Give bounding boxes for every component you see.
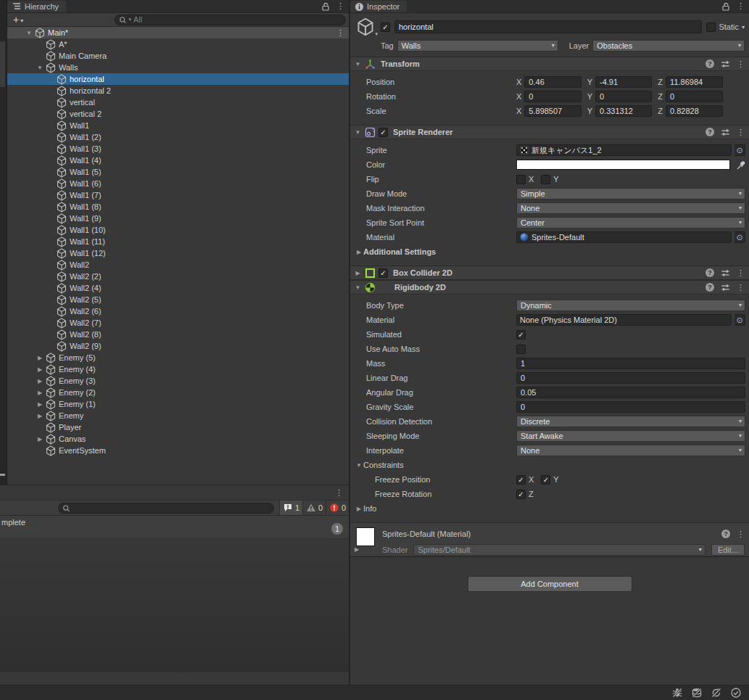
tree-row[interactable]: ▼ Walls [7, 62, 349, 73]
presets-icon[interactable] [721, 283, 730, 292]
static-dropdown-arrow-icon[interactable]: ▾ [742, 24, 745, 30]
presets-icon[interactable] [721, 59, 730, 69]
help-icon[interactable]: ? [705, 59, 714, 68]
tree-row[interactable]: Wall2 (7) [7, 317, 349, 329]
tree-row[interactable]: Wall1 [7, 120, 349, 131]
foldout-arrow-icon[interactable]: ▶ [36, 390, 44, 396]
static-checkbox[interactable] [706, 22, 716, 32]
tree-row[interactable]: Wall1 (11) [7, 236, 349, 247]
rb-material-object-field[interactable]: None (Physics Material 2D) [516, 314, 732, 326]
kebab-menu-icon[interactable]: ⋮ [737, 530, 745, 538]
presets-icon[interactable] [721, 268, 730, 278]
draw-mode-dropdown[interactable]: Simple ▾ [516, 188, 745, 199]
background-tasks-done-icon[interactable] [730, 687, 742, 699]
rotation-x-field[interactable]: 0 [524, 91, 581, 102]
shader-edit-button[interactable]: Edit... [711, 544, 745, 556]
tree-row[interactable]: Wall1 (6) [7, 178, 349, 189]
foldout-open-icon[interactable]: ▼ [354, 129, 362, 136]
sprite-renderer-enabled-checkbox[interactable]: ✓ [378, 128, 388, 137]
create-object-button[interactable]: + ▾ [10, 14, 26, 25]
foldout-arrow-icon[interactable]: ▶ [36, 401, 44, 408]
info-foldout[interactable]: ▶ Info [350, 501, 749, 516]
cache-server-disabled-icon[interactable] [691, 687, 703, 699]
kebab-menu-icon[interactable]: ⋮ [737, 284, 745, 292]
auto-refresh-disabled-icon[interactable] [711, 687, 722, 699]
search-filter-arrow-icon[interactable]: ▾ [129, 17, 132, 22]
presets-icon[interactable] [721, 128, 730, 137]
active-checkbox[interactable]: ✓ [381, 22, 390, 32]
foldout-open-icon[interactable]: ▼ [354, 61, 362, 67]
body-type-dropdown[interactable]: Dynamic ▾ [516, 300, 745, 311]
color-swatch[interactable] [516, 160, 730, 170]
help-icon[interactable]: ? [721, 530, 730, 538]
console-info-toggle[interactable]: 1 [279, 501, 302, 515]
gameobject-name-input[interactable] [394, 20, 702, 33]
tree-row[interactable]: Wall1 (4) [7, 155, 349, 166]
tree-row[interactable]: ▼ Main* ⋮ [7, 27, 349, 38]
object-picker-icon[interactable]: ⊙ [734, 314, 745, 326]
tree-row[interactable]: Wall2 (6) [7, 305, 349, 317]
kebab-menu-icon[interactable]: ⋮ [737, 60, 745, 68]
foldout-arrow-icon[interactable]: ▶ [36, 413, 44, 419]
lock-icon[interactable] [721, 1, 731, 12]
gameobject-icon[interactable]: ▾ [356, 17, 376, 36]
console-search[interactable] [58, 503, 274, 514]
tree-row[interactable]: Wall1 (10) [7, 224, 349, 236]
tree-row[interactable]: Wall2 (5) [7, 294, 349, 305]
tree-row[interactable]: Wall2 [7, 259, 349, 271]
help-icon[interactable]: ? [705, 268, 714, 277]
help-icon[interactable]: ? [705, 128, 714, 136]
tree-row[interactable]: vertical 2 [7, 108, 349, 120]
tree-row[interactable]: ▶ Enemy (3) [7, 375, 349, 387]
foldout-closed-icon[interactable]: ▶ [354, 270, 362, 276]
tree-row[interactable]: EventSystem [7, 445, 349, 456]
hierarchy-search[interactable]: ▾ [115, 15, 346, 25]
freeze-position-y-checkbox[interactable]: ✓ [541, 475, 550, 485]
debugger-disabled-icon[interactable] [671, 687, 683, 699]
tree-row[interactable]: Player [7, 421, 349, 433]
tree-row[interactable]: ▶ Enemy (4) [7, 363, 349, 375]
scale-y-field[interactable]: 0.331312 [595, 105, 652, 117]
rotation-y-field[interactable]: 0 [595, 91, 652, 102]
simulated-checkbox[interactable]: ✓ [516, 330, 526, 339]
auto-mass-checkbox[interactable] [516, 345, 526, 354]
position-x-field[interactable]: 0.46 [524, 76, 581, 88]
freeze-position-x-checkbox[interactable]: ✓ [516, 475, 526, 485]
transform-header[interactable]: ▼ Transform ? ⋮ [350, 57, 749, 71]
position-y-field[interactable]: -4.91 [595, 76, 652, 88]
kebab-menu-icon[interactable]: ⋮ [737, 128, 745, 136]
mask-interaction-dropdown[interactable]: None ▾ [516, 202, 745, 214]
position-z-field[interactable]: 11.86984 [666, 76, 723, 88]
tab-hierarchy[interactable]: Hierarchy [7, 1, 66, 12]
foldout-arrow-icon[interactable]: ▶ [36, 366, 44, 373]
rotation-z-field[interactable]: 0 [666, 91, 723, 102]
linear-drag-field[interactable]: 0 [516, 372, 745, 384]
eyedropper-icon[interactable] [736, 160, 745, 170]
kebab-menu-icon[interactable]: ⋮ [737, 2, 745, 10]
tree-row[interactable]: Wall2 (9) [7, 340, 349, 352]
kebab-menu-icon[interactable]: ⋮ [737, 269, 745, 277]
sleeping-mode-dropdown[interactable]: Start Awake ▾ [516, 430, 745, 442]
flip-y-checkbox[interactable] [541, 175, 550, 184]
sprite-renderer-header[interactable]: ▼ ✓ Sprite Renderer ? ⋮ [350, 125, 749, 139]
sprite-object-field[interactable]: 新規キャンバス1_2 [516, 144, 732, 156]
add-component-button[interactable]: Add Component [468, 576, 632, 592]
tree-row[interactable]: Wall1 (3) [7, 143, 349, 155]
gravity-scale-field[interactable]: 0 [516, 401, 745, 413]
mass-field[interactable]: 1 [516, 358, 745, 369]
tree-row[interactable]: horizontal [7, 73, 349, 85]
foldout-open-icon[interactable]: ▼ [354, 284, 362, 291]
tree-row[interactable]: Wall1 (2) [7, 131, 349, 143]
tree-row[interactable]: ▶ Enemy (1) [7, 398, 349, 410]
layer-dropdown[interactable]: Obstacles ▾ [592, 40, 745, 52]
console-kebab-icon[interactable]: ⋮ [335, 489, 343, 497]
object-picker-icon[interactable]: ⊙ [734, 231, 745, 243]
console-log-entry[interactable]: mplete 1 [0, 516, 349, 539]
lock-icon[interactable] [320, 1, 331, 12]
tree-row[interactable]: Main Camera [7, 50, 349, 62]
box-collider-header[interactable]: ▶ ✓ Box Collider 2D ? ⋮ [350, 265, 749, 280]
tree-row[interactable]: Wall1 (7) [7, 189, 349, 201]
tag-dropdown[interactable]: Walls ▾ [397, 40, 558, 52]
console-search-input[interactable] [72, 503, 270, 512]
console-error-toggle[interactable]: 0 [326, 501, 349, 515]
